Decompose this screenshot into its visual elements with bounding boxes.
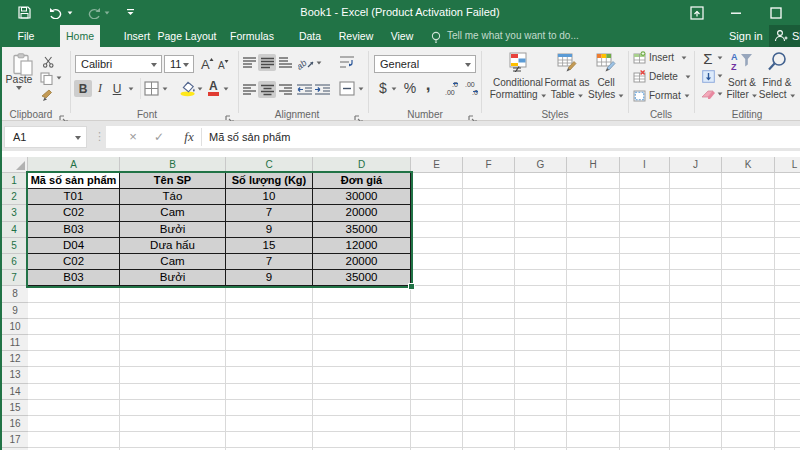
- font-dialog-launcher-icon[interactable]: [225, 110, 235, 120]
- increase-indent-icon[interactable]: [314, 83, 330, 97]
- alignment-dialog-launcher-icon[interactable]: [354, 110, 364, 120]
- column-header-K[interactable]: K: [722, 157, 775, 173]
- wrap-text-icon[interactable]: [339, 55, 355, 69]
- align-top-icon[interactable]: [242, 56, 256, 69]
- row-header-8[interactable]: 8: [2, 286, 28, 302]
- ribbon-display-options-icon[interactable]: [688, 0, 706, 25]
- align-bottom-icon[interactable]: [278, 56, 292, 69]
- cell-styles-button[interactable]: Cell Styles: [588, 77, 624, 101]
- increase-decimal-icon[interactable]: .0 .00: [444, 80, 461, 96]
- align-right-icon[interactable]: [278, 83, 292, 96]
- find-select-icon[interactable]: [766, 51, 790, 72]
- borders-icon[interactable]: [144, 81, 159, 96]
- align-left-icon[interactable]: [242, 83, 256, 96]
- bold-button[interactable]: B: [74, 80, 92, 97]
- column-header-J[interactable]: J: [670, 157, 722, 173]
- font-color-icon[interactable]: A: [206, 78, 221, 97]
- italic-button[interactable]: I: [93, 80, 107, 97]
- cell-styles-icon[interactable]: [595, 51, 617, 73]
- format-as-table-icon[interactable]: [556, 51, 578, 73]
- copy-icon[interactable]: [39, 72, 53, 85]
- column-header-F[interactable]: F: [463, 157, 515, 173]
- tab-page-layout[interactable]: Page Layout: [152, 25, 223, 47]
- format-cells-button[interactable]: Format: [633, 89, 690, 102]
- column-header-E[interactable]: E: [411, 157, 463, 173]
- row-header-14[interactable]: 14: [2, 384, 28, 400]
- sort-filter-button[interactable]: Sort & Filter: [726, 77, 757, 101]
- column-header-L[interactable]: L: [775, 157, 800, 173]
- row-header-17[interactable]: 17: [2, 432, 28, 448]
- paste-button[interactable]: Paste: [1, 73, 37, 85]
- orientation-dropdown-icon[interactable]: [316, 61, 322, 65]
- insert-cells-button[interactable]: Insert: [633, 51, 674, 64]
- enter-icon[interactable]: ✓: [148, 126, 170, 148]
- tab-view[interactable]: View: [385, 25, 420, 47]
- decrease-indent-icon[interactable]: [296, 83, 312, 97]
- tab-insert[interactable]: Insert: [118, 25, 156, 47]
- row-header-16[interactable]: 16: [2, 416, 28, 432]
- clear-dropdown-icon[interactable]: [717, 92, 723, 96]
- clipboard-dialog-launcher-icon[interactable]: [59, 110, 69, 120]
- row-header-13[interactable]: 13: [2, 367, 28, 383]
- font-name-combo[interactable]: Calibri: [75, 55, 162, 73]
- minimize-icon[interactable]: [727, 0, 745, 25]
- row-header-10[interactable]: 10: [2, 319, 28, 335]
- share-button[interactable]: Share: [769, 25, 800, 47]
- borders-dropdown-icon[interactable]: [162, 87, 168, 91]
- maximize-icon[interactable]: [767, 0, 785, 25]
- font-color-dropdown-icon[interactable]: [223, 87, 229, 91]
- fill-dropdown-icon[interactable]: [717, 74, 723, 78]
- tell-me-box[interactable]: Tell me what you want to do...: [447, 25, 579, 47]
- percent-icon[interactable]: %: [402, 79, 418, 96]
- formula-input-area[interactable]: × ✓ fx Mã số sản phẩm: [106, 126, 800, 148]
- insert-dropdown-icon[interactable]: [681, 56, 687, 60]
- merge-center-dropdown-icon[interactable]: [358, 87, 364, 91]
- row-header-5[interactable]: 5: [2, 238, 28, 254]
- name-box[interactable]: A1: [4, 126, 87, 148]
- sort-filter-icon[interactable]: A Z: [731, 51, 753, 72]
- select-all-corner[interactable]: [2, 157, 28, 173]
- column-header-H[interactable]: H: [567, 157, 620, 173]
- orientation-icon[interactable]: ab: [297, 54, 314, 71]
- underline-dropdown-icon[interactable]: [128, 87, 134, 91]
- copy-dropdown-icon[interactable]: [56, 76, 62, 80]
- font-size-combo[interactable]: 11: [164, 55, 194, 73]
- cancel-icon[interactable]: ×: [122, 126, 144, 148]
- underline-button[interactable]: U: [109, 80, 125, 97]
- tab-home[interactable]: Home: [60, 25, 100, 47]
- row-header-11[interactable]: 11: [2, 335, 28, 351]
- decrease-font-icon[interactable]: A: [217, 57, 230, 71]
- cut-icon[interactable]: [41, 55, 55, 68]
- formula-bar-resize-dots[interactable]: ⋮: [94, 124, 105, 148]
- autosum-dropdown-icon[interactable]: [717, 56, 723, 60]
- fill-handle[interactable]: [408, 283, 415, 290]
- merge-center-icon[interactable]: [339, 81, 355, 96]
- fill-color-dropdown-icon[interactable]: [197, 87, 203, 91]
- align-middle-icon[interactable]: [258, 54, 276, 71]
- row-header-3[interactable]: 3: [2, 205, 28, 221]
- align-center-icon[interactable]: [258, 81, 276, 98]
- currency-dropdown-icon[interactable]: [391, 87, 397, 91]
- tab-file[interactable]: File: [12, 25, 41, 47]
- column-header-G[interactable]: G: [515, 157, 567, 173]
- number-format-combo[interactable]: General: [374, 55, 476, 73]
- delete-dropdown-icon[interactable]: [685, 75, 691, 79]
- fill-color-icon[interactable]: [180, 79, 197, 97]
- fill-icon[interactable]: [701, 69, 715, 83]
- tab-formulas[interactable]: Formulas: [224, 25, 280, 47]
- row-header-15[interactable]: 15: [2, 400, 28, 416]
- conditional-formatting-button[interactable]: Conditional Formatting: [490, 77, 547, 101]
- row-header-6[interactable]: 6: [2, 254, 28, 270]
- autosum-icon[interactable]: Σ: [700, 50, 716, 66]
- format-painter-icon[interactable]: [41, 88, 55, 102]
- conditional-formatting-icon[interactable]: [508, 51, 528, 73]
- delete-cells-button[interactable]: Delete: [633, 70, 678, 83]
- find-select-button[interactable]: Find & Select: [759, 77, 796, 101]
- comma-icon[interactable]: ,: [423, 76, 433, 93]
- row-header-7[interactable]: 7: [2, 270, 28, 286]
- row-header-1[interactable]: 1: [2, 173, 28, 189]
- format-as-table-button[interactable]: Format as Table: [544, 77, 589, 101]
- row-header-12[interactable]: 12: [2, 351, 28, 367]
- currency-icon[interactable]: $: [377, 79, 389, 96]
- row-header-9[interactable]: 9: [2, 303, 28, 319]
